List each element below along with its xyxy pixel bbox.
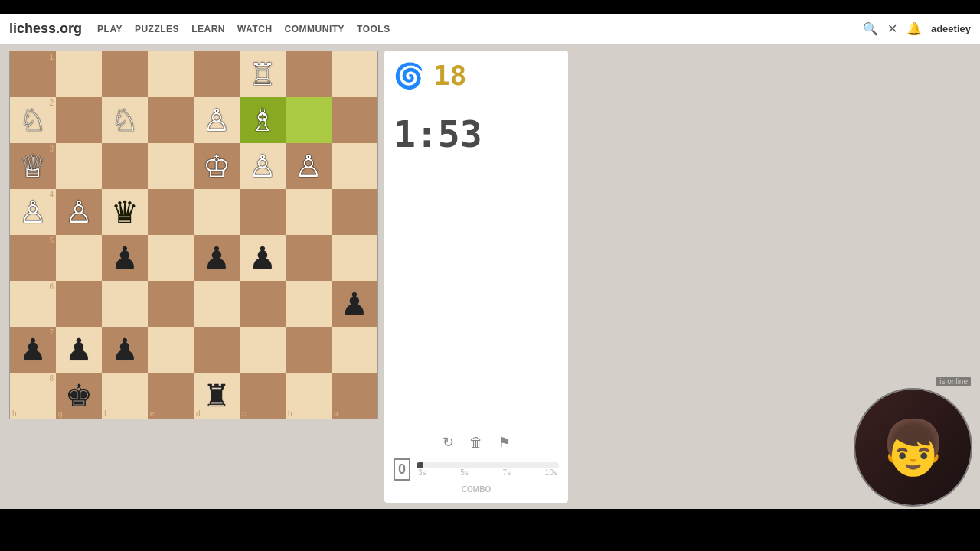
cell-c8[interactable] <box>240 51 286 97</box>
cell-h6[interactable]: 3 <box>10 143 56 189</box>
combo-bar-fill <box>416 462 423 468</box>
nav-learn[interactable]: LEARN <box>191 24 225 34</box>
cell-g8[interactable] <box>56 51 102 97</box>
cell-c7[interactable] <box>240 97 286 143</box>
cell-g3[interactable] <box>56 281 102 327</box>
nav-watch[interactable]: WATCH <box>237 24 273 34</box>
chess-board-container: 1 2 3 4 <box>9 51 378 503</box>
cell-b8[interactable] <box>286 51 332 97</box>
cell-h5[interactable]: 4 <box>10 189 56 235</box>
cell-a6[interactable] <box>332 143 377 189</box>
cell-e8[interactable] <box>148 51 194 97</box>
cell-f2[interactable] <box>102 327 148 373</box>
cell-b1[interactable]: b <box>286 373 332 419</box>
storm-timer: 1:53 <box>394 112 559 155</box>
cell-a7[interactable] <box>332 97 377 143</box>
cell-c5[interactable] <box>240 189 286 235</box>
cell-a2[interactable] <box>332 327 377 373</box>
cell-b6[interactable] <box>286 143 332 189</box>
storm-icon: 🌀 <box>394 61 424 90</box>
username[interactable]: adeetiey <box>931 23 971 34</box>
storm-panel: 🌀 18 1:53 ↻ 🗑 ⚑ 0 3s 5s 7s <box>384 51 568 503</box>
cell-a8[interactable] <box>332 51 377 97</box>
cell-g5[interactable] <box>56 189 102 235</box>
bottom-bar <box>0 509 980 551</box>
cell-f3[interactable] <box>102 281 148 327</box>
cell-d7[interactable] <box>194 97 240 143</box>
cell-h7[interactable]: 2 <box>10 97 56 143</box>
chess-board[interactable]: 1 2 3 4 <box>9 51 378 419</box>
cell-e5[interactable] <box>148 189 194 235</box>
cell-d2[interactable] <box>194 327 240 373</box>
cell-g2[interactable] <box>56 327 102 373</box>
cell-e3[interactable] <box>148 281 194 327</box>
cell-f5[interactable] <box>102 189 148 235</box>
cell-g4[interactable] <box>56 235 102 281</box>
cell-d6[interactable] <box>194 143 240 189</box>
cell-f4[interactable] <box>102 235 148 281</box>
cell-c2[interactable] <box>240 327 286 373</box>
combo-count: 0 <box>394 458 410 481</box>
bell-icon[interactable]: 🔔 <box>906 21 922 36</box>
cell-d1[interactable]: d <box>194 373 240 419</box>
delete-button[interactable]: 🗑 <box>469 434 483 451</box>
search-icon[interactable]: 🔍 <box>863 21 878 36</box>
cell-e6[interactable] <box>148 143 194 189</box>
nav-puzzles[interactable]: PUZZLES <box>135 24 179 34</box>
site-logo[interactable]: lichess.org <box>9 21 82 37</box>
cell-c6[interactable] <box>240 143 286 189</box>
cell-g1[interactable]: g <box>56 373 102 419</box>
cell-g7[interactable] <box>56 97 102 143</box>
cell-b2[interactable] <box>286 327 332 373</box>
refresh-button[interactable]: ↻ <box>443 434 454 451</box>
cell-d4[interactable] <box>194 235 240 281</box>
panel-action-icons: ↻ 🗑 ⚑ <box>394 434 559 451</box>
cell-d8[interactable] <box>194 51 240 97</box>
cell-a3[interactable] <box>332 281 377 327</box>
nav-play[interactable]: PLAY <box>97 24 122 34</box>
combo-row: 0 3s 5s 7s 10s <box>394 458 559 481</box>
cell-e4[interactable] <box>148 235 194 281</box>
cell-h1[interactable]: 8h <box>10 373 56 419</box>
cell-g6[interactable] <box>56 143 102 189</box>
cell-h2[interactable]: 7 <box>10 327 56 373</box>
main-nav: PLAY PUZZLES LEARN WATCH COMMUNITY TOOLS <box>97 24 390 34</box>
cell-b5[interactable] <box>286 189 332 235</box>
cell-a1[interactable]: a <box>332 373 377 419</box>
combo-bar-container: 3s 5s 7s 10s <box>416 462 559 477</box>
storm-header: 🌀 18 <box>394 60 559 91</box>
cell-b3[interactable] <box>286 281 332 327</box>
nav-tools[interactable]: TOOLS <box>357 24 390 34</box>
cell-f1[interactable]: f <box>102 373 148 419</box>
header: lichess.org PLAY PUZZLES LEARN WATCH COM… <box>0 14 980 44</box>
cell-e7[interactable] <box>148 97 194 143</box>
cell-d5[interactable] <box>194 189 240 235</box>
cell-c3[interactable] <box>240 281 286 327</box>
cell-d3[interactable] <box>194 281 240 327</box>
cell-e1[interactable]: e <box>148 373 194 419</box>
cell-c1[interactable]: c <box>240 373 286 419</box>
cell-h3[interactable]: 6 <box>10 281 56 327</box>
combo-times: 3s 5s 7s 10s <box>416 468 559 477</box>
cell-b4[interactable] <box>286 235 332 281</box>
storm-score: 18 <box>433 60 466 91</box>
webcam-person-icon: 👦 <box>880 416 946 479</box>
cell-h4[interactable]: 5 <box>10 235 56 281</box>
combo-bar <box>416 462 559 468</box>
combo-label: COMBO <box>394 485 559 494</box>
header-right: 🔍 ✕ 🔔 adeetiey <box>863 21 971 36</box>
cell-c4[interactable] <box>240 235 286 281</box>
top-bar <box>0 0 980 14</box>
flag-button[interactable]: ⚑ <box>498 434 511 451</box>
cell-a4[interactable] <box>332 235 377 281</box>
cell-a5[interactable] <box>332 189 377 235</box>
online-status: is online <box>936 377 971 386</box>
cell-f6[interactable] <box>102 143 148 189</box>
nav-community[interactable]: COMMUNITY <box>285 24 345 34</box>
close-icon[interactable]: ✕ <box>887 21 897 36</box>
cell-h8[interactable]: 1 <box>10 51 56 97</box>
cell-f8[interactable] <box>102 51 148 97</box>
cell-f7[interactable] <box>102 97 148 143</box>
cell-b7[interactable] <box>286 97 332 143</box>
cell-e2[interactable] <box>148 327 194 373</box>
